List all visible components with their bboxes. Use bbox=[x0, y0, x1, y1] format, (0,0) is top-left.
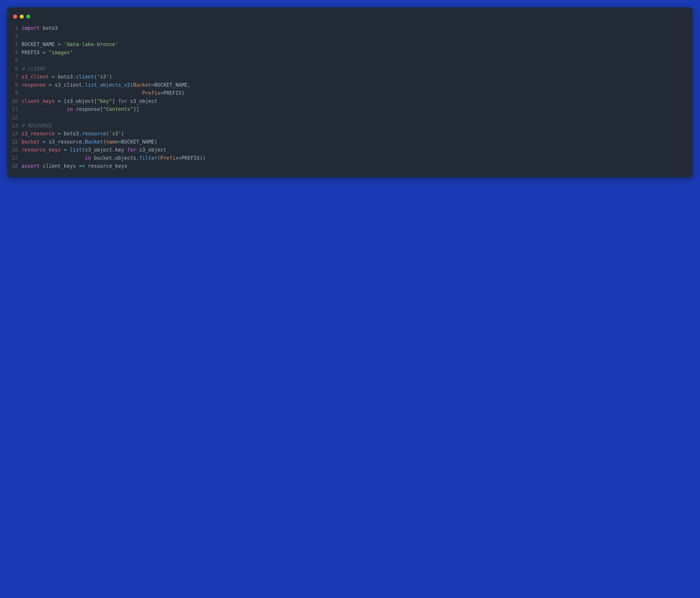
code-source: response = s3_client.list_objects_v2(Buc… bbox=[22, 81, 689, 89]
token-plain bbox=[55, 98, 58, 104]
line-number: 13 bbox=[11, 122, 22, 130]
code-line: 3BUCKET_NAME = 'data-lake-bronze' bbox=[11, 40, 689, 48]
token-pun: ( bbox=[157, 155, 160, 161]
line-number: 2 bbox=[11, 32, 22, 41]
token-arg: Bucket bbox=[133, 82, 151, 88]
token-fn: Bucket bbox=[85, 139, 103, 145]
token-plain: boto3 bbox=[55, 74, 73, 80]
code-line: 10client_keys = [s3_object["Key"] for s3… bbox=[11, 97, 689, 105]
token-plain bbox=[40, 25, 43, 31]
token-plain: boto3 bbox=[61, 131, 79, 136]
code-source: resource_keys = list(s3_object.key for s… bbox=[22, 146, 689, 154]
token-pun: [ bbox=[100, 106, 103, 112]
line-number: 14 bbox=[11, 130, 22, 138]
token-plain bbox=[49, 74, 52, 80]
code-line: 5 bbox=[11, 56, 689, 65]
code-source: # CLIENT bbox=[22, 65, 689, 73]
code-source: import boto3 bbox=[22, 24, 689, 32]
window-titlebar bbox=[7, 13, 693, 22]
token-plain bbox=[46, 50, 49, 55]
token-kw: assert bbox=[22, 163, 40, 169]
token-com: # RESOURCE bbox=[22, 123, 52, 128]
code-source: client_keys = [s3_object["Key"] for s3_o… bbox=[22, 97, 689, 105]
line-number: 10 bbox=[11, 97, 22, 105]
maximize-icon[interactable] bbox=[26, 15, 30, 19]
line-number: 4 bbox=[11, 48, 22, 57]
token-plain bbox=[55, 131, 58, 136]
line-number: 12 bbox=[11, 113, 22, 122]
code-source: bucket = s3_resource.Bucket(name=BUCKET_… bbox=[22, 138, 689, 146]
token-plain bbox=[61, 98, 64, 104]
token-plain bbox=[61, 147, 64, 153]
line-number: 15 bbox=[11, 138, 22, 146]
code-window: 1import boto323BUCKET_NAME = 'data-lake-… bbox=[7, 7, 693, 177]
line-number: 3 bbox=[11, 40, 22, 48]
token-op: = bbox=[64, 147, 67, 153]
code-source: BUCKET_NAME = 'data-lake-bronze' bbox=[22, 40, 689, 48]
token-op: = bbox=[178, 155, 181, 161]
minimize-icon[interactable] bbox=[20, 15, 24, 19]
token-tealvar: response bbox=[22, 82, 46, 88]
code-source: s3_resource = boto3.resource('s3') bbox=[22, 130, 689, 138]
token-op: = bbox=[52, 74, 55, 80]
token-plain: PREFIX bbox=[22, 50, 43, 55]
code-editor: 1import boto323BUCKET_NAME = 'data-lake-… bbox=[7, 22, 693, 170]
token-str: "Contents" bbox=[103, 106, 133, 112]
token-plain: client_keys bbox=[40, 163, 79, 169]
token-tealvar: bucket bbox=[22, 139, 40, 145]
token-kw: for bbox=[118, 98, 127, 104]
token-pun: )) bbox=[200, 155, 206, 161]
token-pun: ( bbox=[130, 82, 133, 88]
token-plain: BUCKET_NAME bbox=[121, 139, 154, 145]
token-plain bbox=[22, 90, 142, 96]
token-plain bbox=[61, 41, 64, 47]
token-op: = bbox=[43, 139, 46, 145]
token-op: = bbox=[160, 90, 164, 96]
token-plain bbox=[67, 147, 70, 153]
token-op: = bbox=[118, 139, 121, 145]
token-tealvar: client_keys bbox=[22, 98, 55, 104]
token-op: = bbox=[49, 82, 52, 88]
token-pun: , bbox=[188, 82, 191, 88]
token-com: # CLIENT bbox=[22, 66, 46, 72]
token-op: == bbox=[79, 163, 85, 169]
token-arg: name bbox=[106, 139, 118, 145]
token-plain: resource_keys bbox=[85, 163, 127, 169]
token-plain: PREFIX bbox=[163, 90, 181, 96]
token-kw: import bbox=[22, 25, 40, 31]
code-line: 11 in response["Contents"]] bbox=[11, 105, 689, 113]
token-fn: filter bbox=[139, 155, 157, 161]
token-plain: response bbox=[73, 106, 100, 112]
code-line: 2 bbox=[11, 32, 689, 41]
close-icon[interactable] bbox=[13, 15, 17, 19]
token-pun: ) bbox=[121, 131, 124, 136]
token-str: 'data-lake-bronze' bbox=[64, 41, 118, 47]
code-line: 12 bbox=[11, 113, 689, 122]
token-arg: Prefix bbox=[160, 155, 178, 161]
token-op: = bbox=[43, 50, 46, 55]
token-plain: bucket bbox=[91, 155, 112, 161]
token-plain bbox=[115, 98, 118, 104]
token-fn: client bbox=[76, 74, 94, 80]
token-plain bbox=[46, 82, 49, 88]
code-source bbox=[22, 113, 689, 122]
code-source: in response["Contents"]] bbox=[22, 105, 689, 113]
token-tealvar: s3_resource bbox=[22, 131, 55, 136]
token-tealvar: s3_client bbox=[22, 74, 49, 80]
code-line: 17 in bucket.objects.filter(Prefix=PREFI… bbox=[11, 154, 689, 162]
code-line: 13# RESOURCE bbox=[11, 122, 689, 130]
line-number: 17 bbox=[11, 154, 22, 162]
token-op: = bbox=[58, 98, 61, 104]
token-pun: [ bbox=[64, 98, 67, 104]
token-plain: objects bbox=[115, 155, 136, 161]
token-pun: ( bbox=[103, 139, 106, 145]
line-number: 9 bbox=[11, 89, 22, 97]
token-pun: ) bbox=[181, 90, 185, 96]
token-plain: s3_client bbox=[52, 82, 82, 88]
token-str: "Key" bbox=[97, 98, 112, 104]
code-source: in bucket.objects.filter(Prefix=PREFIX)) bbox=[22, 154, 689, 162]
token-plain: PREFIX bbox=[181, 155, 200, 161]
token-str: "images" bbox=[49, 50, 73, 55]
token-fn: list_objects_v2 bbox=[85, 82, 130, 88]
token-plain: s3_object bbox=[67, 98, 94, 104]
